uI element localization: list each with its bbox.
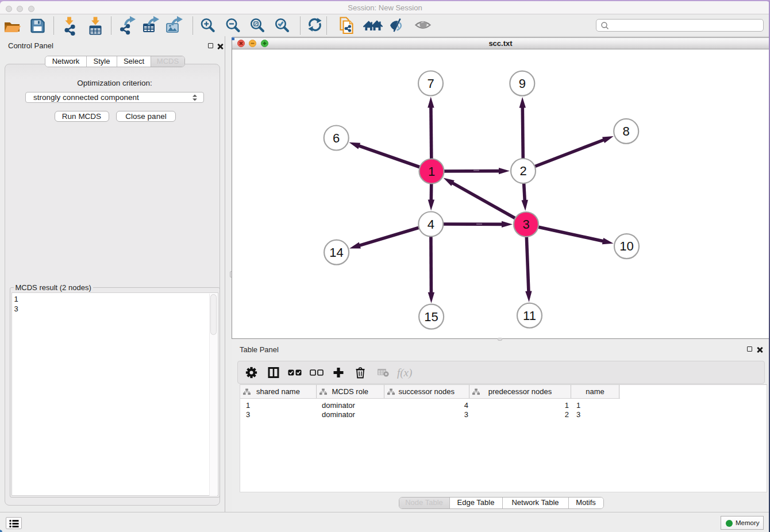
- svg-text:7: 7: [427, 76, 434, 91]
- svg-text:3: 3: [522, 217, 529, 232]
- svg-text:f(x): f(x): [397, 367, 412, 379]
- svg-text:8: 8: [623, 124, 630, 138]
- svg-text:14: 14: [329, 245, 343, 260]
- svg-text:9: 9: [519, 76, 526, 91]
- svg-text:11: 11: [523, 309, 536, 323]
- svg-text:1: 1: [428, 164, 435, 179]
- svg-text:2: 2: [519, 164, 526, 178]
- svg-text:4: 4: [428, 217, 434, 232]
- svg-text:15: 15: [424, 310, 438, 324]
- svg-text:6: 6: [333, 131, 340, 145]
- svg-text:10: 10: [619, 239, 633, 253]
